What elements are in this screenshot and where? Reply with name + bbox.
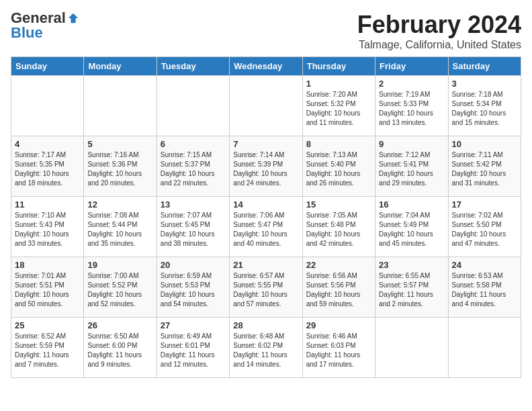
calendar-header-row: SundayMondayTuesdayWednesdayThursdayFrid… — [11, 57, 521, 76]
day-info: Sunrise: 7:11 AM Sunset: 5:42 PM Dayligh… — [452, 150, 517, 188]
logo-blue-text: Blue — [11, 26, 43, 40]
svg-marker-0 — [69, 13, 78, 23]
day-info: Sunrise: 7:13 AM Sunset: 5:40 PM Dayligh… — [306, 150, 371, 188]
day-info: Sunrise: 7:00 AM Sunset: 5:52 PM Dayligh… — [87, 271, 152, 309]
day-number: 20 — [161, 260, 226, 270]
day-info: Sunrise: 7:15 AM Sunset: 5:37 PM Dayligh… — [161, 150, 226, 188]
calendar-day-cell — [84, 76, 157, 136]
calendar-week-row: 11Sunrise: 7:10 AM Sunset: 5:43 PM Dayli… — [11, 197, 521, 257]
calendar-day-cell: 10Sunrise: 7:11 AM Sunset: 5:42 PM Dayli… — [448, 136, 521, 197]
day-of-week-header: Sunday — [11, 57, 84, 76]
day-number: 8 — [306, 139, 371, 149]
day-number: 7 — [233, 139, 298, 149]
day-info: Sunrise: 7:10 AM Sunset: 5:43 PM Dayligh… — [15, 211, 80, 248]
title-block: February 2024 Talmage, California, Unite… — [357, 11, 521, 51]
calendar-week-row: 4Sunrise: 7:17 AM Sunset: 5:35 PM Daylig… — [11, 136, 521, 197]
day-info: Sunrise: 6:50 AM Sunset: 6:00 PM Dayligh… — [87, 332, 152, 369]
calendar-day-cell: 23Sunrise: 6:55 AM Sunset: 5:57 PM Dayli… — [375, 257, 448, 318]
day-info: Sunrise: 6:52 AM Sunset: 5:59 PM Dayligh… — [15, 332, 80, 369]
day-info: Sunrise: 7:01 AM Sunset: 5:51 PM Dayligh… — [15, 271, 80, 309]
calendar-day-cell: 18Sunrise: 7:01 AM Sunset: 5:51 PM Dayli… — [11, 257, 84, 318]
day-number: 28 — [233, 320, 298, 330]
calendar-day-cell: 5Sunrise: 7:16 AM Sunset: 5:36 PM Daylig… — [84, 136, 157, 197]
calendar-day-cell: 13Sunrise: 7:07 AM Sunset: 5:45 PM Dayli… — [157, 197, 229, 257]
day-number: 29 — [306, 320, 371, 330]
calendar-day-cell: 12Sunrise: 7:08 AM Sunset: 5:44 PM Dayli… — [84, 197, 157, 257]
day-number: 23 — [379, 260, 444, 270]
day-info: Sunrise: 7:05 AM Sunset: 5:48 PM Dayligh… — [306, 211, 371, 248]
day-number: 17 — [452, 199, 517, 210]
day-of-week-header: Monday — [84, 57, 157, 76]
day-number: 19 — [87, 260, 152, 270]
calendar-week-row: 1Sunrise: 7:20 AM Sunset: 5:32 PM Daylig… — [11, 76, 521, 136]
calendar-week-row: 25Sunrise: 6:52 AM Sunset: 5:59 PM Dayli… — [11, 318, 521, 378]
day-info: Sunrise: 7:02 AM Sunset: 5:50 PM Dayligh… — [452, 211, 517, 248]
day-number: 18 — [15, 260, 80, 270]
calendar-day-cell: 20Sunrise: 6:59 AM Sunset: 5:53 PM Dayli… — [157, 257, 229, 318]
day-info: Sunrise: 7:16 AM Sunset: 5:36 PM Dayligh… — [87, 150, 152, 188]
day-number: 13 — [161, 199, 226, 210]
day-number: 9 — [379, 139, 444, 149]
day-number: 3 — [452, 79, 517, 89]
calendar-day-cell: 15Sunrise: 7:05 AM Sunset: 5:48 PM Dayli… — [302, 197, 375, 257]
day-info: Sunrise: 6:48 AM Sunset: 6:02 PM Dayligh… — [233, 332, 298, 369]
day-info: Sunrise: 7:07 AM Sunset: 5:45 PM Dayligh… — [161, 211, 226, 248]
calendar-table: SundayMondayTuesdayWednesdayThursdayFrid… — [11, 56, 521, 378]
calendar-day-cell: 1Sunrise: 7:20 AM Sunset: 5:32 PM Daylig… — [302, 76, 375, 136]
page-title: February 2024 — [357, 11, 521, 39]
day-number: 6 — [161, 139, 226, 149]
day-number: 1 — [306, 79, 371, 89]
day-info: Sunrise: 6:59 AM Sunset: 5:53 PM Dayligh… — [161, 271, 226, 309]
logo-general-text: General — [11, 11, 66, 26]
day-info: Sunrise: 7:20 AM Sunset: 5:32 PM Dayligh… — [306, 90, 371, 128]
calendar-day-cell: 22Sunrise: 6:56 AM Sunset: 5:56 PM Dayli… — [302, 257, 375, 318]
day-info: Sunrise: 6:56 AM Sunset: 5:56 PM Dayligh… — [306, 271, 371, 309]
day-info: Sunrise: 6:55 AM Sunset: 5:57 PM Dayligh… — [379, 271, 444, 309]
day-info: Sunrise: 7:12 AM Sunset: 5:41 PM Dayligh… — [379, 150, 444, 188]
calendar-day-cell: 9Sunrise: 7:12 AM Sunset: 5:41 PM Daylig… — [375, 136, 448, 197]
day-info: Sunrise: 6:57 AM Sunset: 5:55 PM Dayligh… — [233, 271, 298, 309]
calendar-day-cell: 14Sunrise: 7:06 AM Sunset: 5:47 PM Dayli… — [230, 197, 302, 257]
day-number: 15 — [306, 199, 371, 210]
day-number: 4 — [15, 139, 80, 149]
calendar-day-cell — [157, 76, 229, 136]
day-number: 11 — [15, 199, 80, 210]
calendar-day-cell: 24Sunrise: 6:53 AM Sunset: 5:58 PM Dayli… — [448, 257, 521, 318]
page-subtitle: Talmage, California, United States — [357, 39, 521, 51]
day-number: 10 — [452, 139, 517, 149]
calendar-day-cell: 28Sunrise: 6:48 AM Sunset: 6:02 PM Dayli… — [230, 318, 302, 378]
calendar-day-cell: 4Sunrise: 7:17 AM Sunset: 5:35 PM Daylig… — [11, 136, 84, 197]
day-info: Sunrise: 7:06 AM Sunset: 5:47 PM Dayligh… — [233, 211, 298, 248]
day-number: 22 — [306, 260, 371, 270]
day-of-week-header: Wednesday — [230, 57, 302, 76]
day-number: 5 — [87, 139, 152, 149]
logo-icon — [67, 12, 79, 24]
logo: General Blue — [11, 11, 79, 40]
calendar-day-cell: 27Sunrise: 6:49 AM Sunset: 6:01 PM Dayli… — [157, 318, 229, 378]
day-number: 26 — [87, 320, 152, 330]
day-info: Sunrise: 6:49 AM Sunset: 6:01 PM Dayligh… — [161, 332, 226, 369]
day-info: Sunrise: 7:19 AM Sunset: 5:33 PM Dayligh… — [379, 90, 444, 128]
day-info: Sunrise: 7:18 AM Sunset: 5:34 PM Dayligh… — [452, 90, 517, 128]
calendar-day-cell: 11Sunrise: 7:10 AM Sunset: 5:43 PM Dayli… — [11, 197, 84, 257]
day-number: 24 — [452, 260, 517, 270]
page-header: General Blue February 2024 Talmage, Cali… — [11, 11, 521, 51]
calendar-day-cell: 26Sunrise: 6:50 AM Sunset: 6:00 PM Dayli… — [84, 318, 157, 378]
calendar-day-cell: 3Sunrise: 7:18 AM Sunset: 5:34 PM Daylig… — [448, 76, 521, 136]
day-info: Sunrise: 7:14 AM Sunset: 5:39 PM Dayligh… — [233, 150, 298, 188]
calendar-day-cell: 19Sunrise: 7:00 AM Sunset: 5:52 PM Dayli… — [84, 257, 157, 318]
day-number: 21 — [233, 260, 298, 270]
calendar-day-cell: 6Sunrise: 7:15 AM Sunset: 5:37 PM Daylig… — [157, 136, 229, 197]
day-of-week-header: Saturday — [448, 57, 521, 76]
calendar-day-cell: 2Sunrise: 7:19 AM Sunset: 5:33 PM Daylig… — [375, 76, 448, 136]
calendar-week-row: 18Sunrise: 7:01 AM Sunset: 5:51 PM Dayli… — [11, 257, 521, 318]
day-number: 12 — [87, 199, 152, 210]
day-of-week-header: Tuesday — [157, 57, 229, 76]
calendar-day-cell: 25Sunrise: 6:52 AM Sunset: 5:59 PM Dayli… — [11, 318, 84, 378]
day-number: 2 — [379, 79, 444, 89]
calendar-day-cell — [230, 76, 302, 136]
day-info: Sunrise: 7:04 AM Sunset: 5:49 PM Dayligh… — [379, 211, 444, 248]
calendar-day-cell: 29Sunrise: 6:46 AM Sunset: 6:03 PM Dayli… — [302, 318, 375, 378]
day-number: 16 — [379, 199, 444, 210]
day-info: Sunrise: 6:53 AM Sunset: 5:58 PM Dayligh… — [452, 271, 517, 309]
